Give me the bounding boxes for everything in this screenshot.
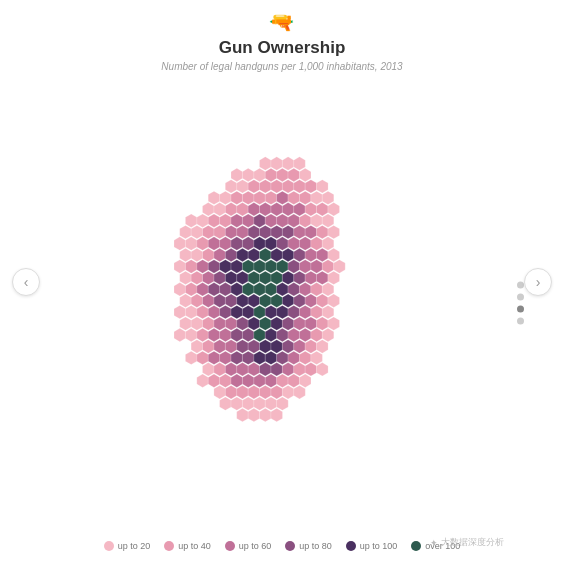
map-area <box>0 72 564 533</box>
watermark-text: 大数据深度分析 <box>441 536 504 549</box>
gun-icon: 🔫 <box>161 10 402 34</box>
legend-label-1: up to 40 <box>178 541 211 551</box>
legend-item-4: up to 100 <box>346 541 398 551</box>
chevron-right-icon: › <box>536 274 541 290</box>
legend-label-4: up to 100 <box>360 541 398 551</box>
slide-indicator-1[interactable] <box>517 281 524 288</box>
legend-item-0: up to 20 <box>104 541 151 551</box>
slide-indicators <box>517 281 524 324</box>
chart-title: Gun Ownership <box>161 38 402 58</box>
nav-left-button[interactable]: ‹ <box>12 268 40 296</box>
legend-color-3 <box>285 541 295 551</box>
watermark-icon: ✦ <box>430 538 438 548</box>
map-canvas <box>72 108 492 498</box>
chart-subtitle: Number of legal handguns per 1,000 inhab… <box>161 61 402 72</box>
legend-label-2: up to 60 <box>239 541 272 551</box>
legend-color-4 <box>346 541 356 551</box>
chart-header: 🔫 Gun Ownership Number of legal handguns… <box>161 0 402 72</box>
slide-indicator-4[interactable] <box>517 317 524 324</box>
main-container: ‹ › 🔫 Gun Ownership Number of legal hand… <box>0 0 564 563</box>
slide-indicator-2[interactable] <box>517 293 524 300</box>
legend-label-3: up to 80 <box>299 541 332 551</box>
nav-right-button[interactable]: › <box>524 268 552 296</box>
legend-label-0: up to 20 <box>118 541 151 551</box>
legend-item-3: up to 80 <box>285 541 332 551</box>
legend-item-1: up to 40 <box>164 541 211 551</box>
legend-item-2: up to 60 <box>225 541 272 551</box>
watermark: ✦ 大数据深度分析 <box>430 536 504 549</box>
legend-color-1 <box>164 541 174 551</box>
legend-color-2 <box>225 541 235 551</box>
legend-color-0 <box>104 541 114 551</box>
slide-indicator-3[interactable] <box>517 305 524 312</box>
chevron-left-icon: ‹ <box>24 274 29 290</box>
chart-legend: up to 20 up to 40 up to 60 up to 80 up t… <box>104 533 461 563</box>
legend-color-5 <box>411 541 421 551</box>
